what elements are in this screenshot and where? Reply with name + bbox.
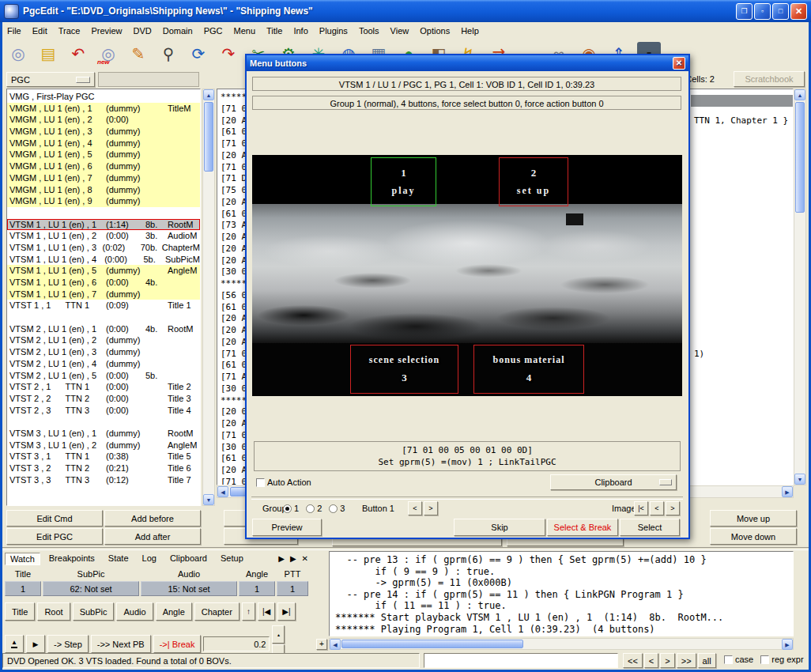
pgc-row[interactable]: [7, 311, 200, 323]
dialog-close-icon[interactable]: ✕: [673, 57, 685, 70]
next-pb-button[interactable]: ->> Next PB: [91, 635, 151, 653]
nav-root-button[interactable]: Root: [37, 602, 70, 621]
menu-help[interactable]: Help: [455, 25, 485, 37]
pgc-row[interactable]: VTST 2 , 3 TTN 3(0:00)Title 4: [7, 405, 200, 417]
menu-tools[interactable]: Tools: [353, 25, 385, 37]
pgc-row[interactable]: VMGM , LU 1 (en) , 3(dummy): [7, 126, 200, 138]
expand-plus-icon[interactable]: +: [316, 639, 327, 650]
redo-icon[interactable]: ↷: [217, 42, 240, 66]
spinner-up-icon[interactable]: ▲: [272, 625, 285, 644]
scroll-left-icon[interactable]: ◀: [330, 639, 341, 650]
command-vscrollbar[interactable]: ▲ ▼: [794, 89, 806, 485]
tab-clipboard[interactable]: Clipboard: [165, 553, 212, 565]
button-step-next[interactable]: >: [424, 501, 438, 515]
image-step-1[interactable]: <: [650, 501, 664, 515]
pgc-row[interactable]: VMGM , LU 1 (en) , 4(dummy): [7, 138, 200, 149]
scroll-down-icon[interactable]: ▼: [203, 494, 214, 505]
scroll-down-icon[interactable]: ▼: [794, 474, 805, 485]
menu-file[interactable]: File: [2, 25, 27, 37]
speed-field[interactable]: 0.2: [203, 636, 270, 651]
scroll-left-icon[interactable]: ◀: [217, 486, 228, 497]
new-dvd-icon[interactable]: ◎new: [96, 42, 120, 66]
select-break-button[interactable]: Select & Break: [547, 519, 618, 536]
close-panel-icon[interactable]: ✕: [302, 554, 308, 563]
tab-log[interactable]: Log: [138, 553, 161, 565]
search-nav-button[interactable]: >>: [677, 653, 696, 668]
refresh-icon[interactable]: ⟳: [187, 42, 210, 66]
pgc-row[interactable]: VMGM , LU 1 (en) , 9(dummy): [7, 195, 200, 207]
move-down-button[interactable]: Move down: [710, 528, 797, 545]
pgc-row[interactable]: VMG , First-Play PGC: [7, 91, 200, 103]
pgc-row[interactable]: VMGM , LU 1 (en) , 1(dummy)TitleM: [7, 103, 200, 115]
pgc-row[interactable]: VTSM 1 , LU 1 (en) , 5(dummy)AngleM: [7, 265, 200, 277]
open-folder-icon[interactable]: ▤: [36, 42, 60, 66]
menu-pgc[interactable]: PGC: [198, 25, 228, 37]
pgc-row[interactable]: VTSM 2 , LU 1 (en) , 2(dummy): [7, 334, 200, 346]
group-radio-1[interactable]: 1: [283, 504, 299, 513]
search-nav-button[interactable]: <<: [623, 653, 643, 668]
menu-trace[interactable]: Trace: [53, 25, 86, 37]
move-up-button[interactable]: Move up: [710, 510, 797, 527]
search-input[interactable]: [424, 653, 618, 668]
scroll-right-icon[interactable]: ▶: [782, 639, 793, 650]
pgc-row[interactable]: VTST 3 , 3 TTN 3(0:12)Title 7: [7, 474, 200, 486]
pgc-row[interactable]: VTST 2 , 2 TTN 2(0:00)Title 3: [7, 393, 200, 405]
pgc-list-scrollbar[interactable]: ▲ ▼: [202, 89, 215, 506]
menu-edit[interactable]: Edit: [27, 25, 53, 37]
pgc-row[interactable]: VMGM , LU 1 (en) , 8(dummy): [7, 184, 200, 196]
maximize-button[interactable]: □: [772, 3, 789, 20]
pgc-row[interactable]: VMGM , LU 1 (en) , 5(dummy): [7, 149, 200, 160]
pgc-row[interactable]: VTST 3 , 2 TTN 2(0:21)Title 6: [7, 462, 200, 474]
edit-pen-icon[interactable]: ✎: [126, 42, 150, 66]
pgc-row[interactable]: VMGM , LU 1 (en) , 2(0:00): [7, 114, 200, 126]
pgc-row[interactable]: VMGM , LU 1 (en) , 7(dummy): [7, 172, 200, 184]
skip-button[interactable]: Skip: [454, 519, 545, 536]
pgc-row[interactable]: VTSM 1 , LU 1 (en) , 7(dummy): [7, 289, 200, 300]
pgc-row[interactable]: VTST 1 , 1 TTN 1(0:09)Title 1: [7, 300, 200, 311]
restore-button[interactable]: ❐: [736, 3, 753, 20]
next-pgc-icon[interactable]: ▶|: [277, 602, 295, 621]
nav-subpic-button[interactable]: SubPic: [73, 602, 115, 621]
menu-options[interactable]: Options: [414, 25, 455, 37]
step-button[interactable]: -> Step: [47, 635, 89, 653]
minimize-button[interactable]: ▫: [754, 3, 771, 20]
image-step-0[interactable]: |<: [634, 501, 648, 515]
search-nav-button[interactable]: all: [698, 653, 716, 668]
dialog-titlebar[interactable]: Menu buttons ✕: [247, 55, 688, 71]
menu-button-3[interactable]: scene selection3: [350, 345, 458, 394]
add-before-button[interactable]: Add before: [104, 510, 201, 527]
menu-info[interactable]: Info: [288, 25, 313, 37]
pgc-row[interactable]: VTSM 2 , LU 1 (en) , 5(0:00)5b.: [7, 370, 200, 382]
tab-watch[interactable]: Watch: [5, 553, 40, 565]
step-play-icon[interactable]: ▶: [290, 554, 296, 563]
menu-plugins[interactable]: Plugins: [314, 25, 353, 37]
pgc-row[interactable]: VTSM 2 , LU 1 (en) , 3(dummy): [7, 346, 200, 358]
menu-domain[interactable]: Domain: [157, 25, 198, 37]
menu-button-2[interactable]: 2set up: [499, 157, 568, 206]
scroll-right-icon[interactable]: ▶: [782, 486, 793, 497]
scrollbar-thumb[interactable]: [341, 640, 523, 648]
play-button[interactable]: ▶: [26, 635, 45, 653]
titlebar[interactable]: PgcEdit - "E:\DVD_Originals\Shipping New…: [0, 0, 811, 22]
pgc-row[interactable]: VTSM 2 , LU 1 (en) , 4(dummy): [7, 358, 200, 370]
up-level-icon[interactable]: ↑: [242, 602, 255, 621]
menu-preview[interactable]: Preview: [85, 25, 127, 37]
menu-dvd[interactable]: DVD: [128, 25, 157, 37]
menu-title[interactable]: Title: [261, 25, 288, 37]
nav-audio-button[interactable]: Audio: [116, 602, 153, 621]
auto-action-check[interactable]: Auto Action: [256, 478, 311, 487]
tab-state[interactable]: State: [104, 553, 134, 565]
nav-chapter-button[interactable]: Chapter: [194, 602, 240, 621]
eject-button[interactable]: ▲: [5, 635, 24, 653]
search-nav-button[interactable]: >: [660, 653, 674, 668]
tab-setup[interactable]: Setup: [216, 553, 248, 565]
dvd-disc-icon[interactable]: ◎: [6, 42, 30, 66]
panel-sash[interactable]: +: [315, 550, 328, 650]
pgc-row[interactable]: VTSM 1 , LU 1 (en) , 4(0:00)5b.SubPicM: [7, 254, 200, 266]
pgc-row[interactable]: VTST 2 , 1 TTN 1(0:00)Title 2: [7, 381, 200, 393]
pgc-row[interactable]: VMGM , LU 1 (en) , 6(dummy): [7, 160, 200, 172]
scroll-up-icon[interactable]: ▲: [794, 89, 805, 100]
close-button[interactable]: ✕: [790, 3, 807, 20]
prev-pgc-icon[interactable]: |◀: [258, 602, 275, 621]
undo-icon[interactable]: ↶: [66, 42, 90, 66]
